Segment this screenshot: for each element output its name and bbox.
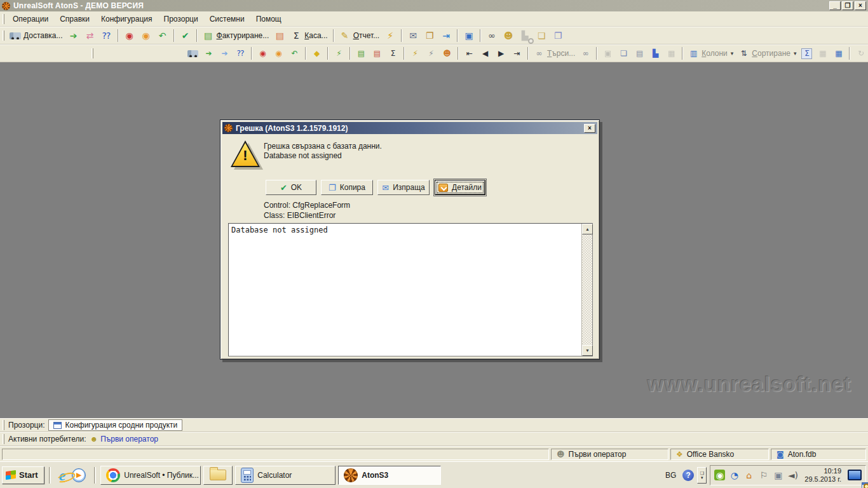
minimize-button[interactable]: _ <box>829 1 841 10</box>
hide-icons-chevron[interactable]: ❏ ▾ <box>697 467 707 484</box>
close-button[interactable]: × <box>855 1 866 10</box>
show-desktop-icon[interactable] <box>848 470 862 480</box>
monitor-search-icon[interactable]: ▣ <box>461 28 477 43</box>
quick-launch: e ▶ <box>55 468 90 482</box>
nodes-orange-window-icon[interactable]: ◉ <box>271 46 287 61</box>
search-add-icon[interactable]: ∞ <box>578 46 593 61</box>
chart-search-icon[interactable]: ▙ <box>517 28 533 43</box>
person-search-icon[interactable]: ☻ <box>500 28 517 43</box>
quick-report-icon[interactable]: ⚡ <box>382 28 398 43</box>
nav-prev-icon[interactable]: ◀ <box>477 46 493 61</box>
binoculars-search-icon[interactable]: ∞ <box>484 28 500 43</box>
lightning-icon[interactable]: ⚡ <box>331 46 347 61</box>
help-tray-icon[interactable]: ? <box>682 470 694 481</box>
split-cells-icon[interactable]: ▦ <box>815 46 831 61</box>
process-transfer-icon[interactable]: ⇄ <box>82 28 98 43</box>
task-atons3-button[interactable]: AtonS3 <box>338 466 441 485</box>
user-icon: ☻ <box>557 450 565 459</box>
nodes-red-icon[interactable]: ◉ <box>121 28 138 43</box>
ok-button[interactable]: ✔ OK <box>266 180 316 195</box>
flash-report-icon[interactable]: ⚡ <box>407 46 423 61</box>
order-numbers-icon[interactable]: ⁇ <box>98 28 115 43</box>
menu-operations[interactable]: Операции <box>7 13 54 25</box>
delivery-window-icon[interactable] <box>185 46 201 61</box>
invoicing-button[interactable]: ▤ Фактуриране... <box>200 28 272 43</box>
nodes-red-window-icon[interactable]: ◉ <box>255 46 271 61</box>
document-search-icon[interactable]: ❏ <box>533 28 550 43</box>
error-message-line1: Грешка свързана с базата данни. <box>264 142 382 151</box>
start-button[interactable]: Start <box>2 466 44 484</box>
vertical-scrollbar[interactable]: ▲ ▼ <box>581 224 592 356</box>
mail-icon[interactable]: ✉ <box>405 28 421 43</box>
task-folder-button[interactable] <box>203 466 233 485</box>
menu-windows[interactable]: Прозорци <box>158 13 204 25</box>
chart-icon[interactable]: ▙ <box>648 46 663 61</box>
sum-window-icon[interactable]: Σ <box>385 46 401 61</box>
users-window-icon[interactable]: ☻ <box>439 46 455 61</box>
icon-glyph: ⚡ <box>387 31 393 40</box>
menu-references[interactable]: Справки <box>54 13 95 25</box>
menu-help[interactable]: Помощ <box>250 13 287 25</box>
cash-button[interactable]: Σ Каса... <box>288 28 330 43</box>
icon-glyph: ➔ <box>221 50 227 57</box>
process-forward-icon[interactable]: ➔ <box>65 28 82 43</box>
restore-button[interactable]: ❐ <box>842 1 853 10</box>
invoice-import-icon[interactable]: ▤ <box>271 28 288 43</box>
transfer-window-icon[interactable]: ➔ <box>217 46 233 61</box>
language-indicator[interactable]: BG <box>662 470 679 481</box>
status-office-label: Office Bansko <box>687 450 734 459</box>
sum-cell-icon[interactable]: Σ <box>799 46 815 61</box>
network-globe-tray-icon[interactable]: ◔ <box>729 470 740 480</box>
undo-window-icon[interactable]: ↶ <box>287 46 302 61</box>
menu-configuration[interactable]: Конфигурация <box>95 13 158 25</box>
undo-home-icon[interactable]: ↶ <box>154 28 171 43</box>
menu-systems[interactable]: Системни <box>204 13 250 25</box>
internet-explorer-icon[interactable]: e <box>59 468 66 482</box>
wallet-icon[interactable]: ❐ <box>421 28 438 43</box>
flag-tray-icon[interactable]: ⚐ <box>758 470 769 480</box>
grid-import-window-icon[interactable]: ▤ <box>369 46 385 61</box>
refresh-icon[interactable]: ↻ <box>853 46 868 61</box>
toolbar1-items: Доставка... ➔ ⇄ ⁇ ◉ ◉ <box>7 28 566 43</box>
search-button[interactable]: ∞ Търси... <box>531 46 578 61</box>
forward-window-icon[interactable]: ➔ <box>201 46 217 61</box>
monitor-ok-icon[interactable]: ✔ <box>177 28 194 43</box>
flash-user-icon[interactable]: ⚡ <box>423 46 439 61</box>
volume-tray-icon[interactable]: ◄) <box>787 470 798 480</box>
firewall-tray-icon[interactable]: ⌂ <box>743 470 754 480</box>
sort-button[interactable]: ⇅ Сортиране ▾ <box>736 46 799 61</box>
scroll-down-button[interactable]: ▼ <box>582 345 593 356</box>
nav-last-icon[interactable]: ⇥ <box>509 46 525 61</box>
globe-table-icon[interactable]: ▦ <box>663 46 679 61</box>
print-icon[interactable]: ▤ <box>632 46 648 61</box>
send-button[interactable]: ✉ Изпраща <box>377 180 430 195</box>
pages-window-icon[interactable]: ⁇ <box>233 46 248 61</box>
nodes-orange-icon[interactable]: ◉ <box>138 28 154 43</box>
tray-icons: ◉◔⌂⚐▣◄) <box>714 470 798 480</box>
delivery-button[interactable]: Доставка... <box>7 28 65 43</box>
task-chrome-button[interactable]: UnrealSoft • Публик... <box>100 466 201 485</box>
active-user-link[interactable]: Първи оператор <box>100 435 158 444</box>
save-icon[interactable]: ▣ <box>600 46 616 61</box>
gold-window-icon[interactable]: ◆ <box>309 46 325 61</box>
nvidia-tray-icon[interactable]: ◉ <box>714 470 725 480</box>
details-textarea[interactable]: Database not assigned ▲ ▼ <box>228 223 593 356</box>
network-tray-icon[interactable]: ▣ <box>773 470 783 480</box>
table-icon[interactable]: ▦ <box>831 46 846 61</box>
nav-first-icon[interactable]: ⇤ <box>461 46 477 61</box>
report-button[interactable]: ✎ Отчет... <box>337 28 383 43</box>
icon-box: ▦ <box>833 48 844 59</box>
details-button[interactable]: Детайли <box>435 180 485 195</box>
nav-next-icon[interactable]: ▶ <box>493 46 509 61</box>
dialog-close-button[interactable]: × <box>584 124 595 133</box>
columns-button[interactable]: ▥ Колони ▾ <box>686 46 736 61</box>
exit-icon[interactable]: ⇥ <box>438 28 454 43</box>
task-calculator-button[interactable]: Calculator <box>235 466 336 485</box>
window-search-icon[interactable]: ❐ <box>550 28 566 43</box>
copy-button[interactable]: ❐ Копира <box>321 180 373 195</box>
icon-glyph: ◉ <box>259 50 266 57</box>
preview-icon[interactable]: ❏ <box>616 46 632 61</box>
grid-window-icon[interactable]: ▤ <box>353 46 369 61</box>
scroll-up-button[interactable]: ▲ <box>582 224 593 234</box>
window-config-button[interactable]: Конфигурация сродни продукти <box>48 419 182 431</box>
